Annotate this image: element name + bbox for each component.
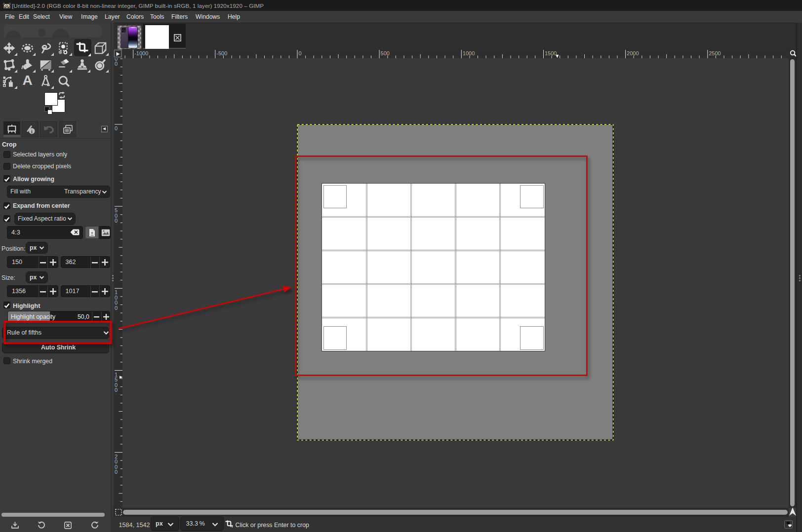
svg-text:i: i xyxy=(31,129,33,134)
